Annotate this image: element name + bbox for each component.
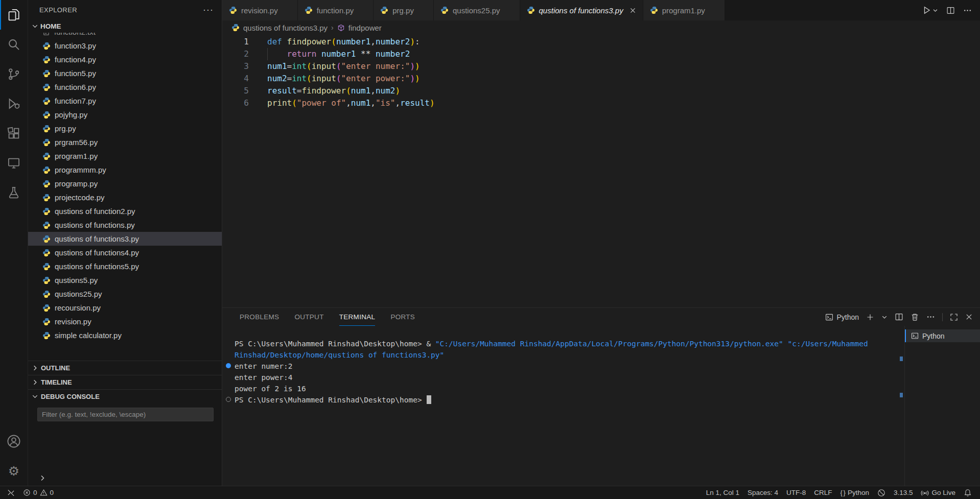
file-row[interactable]: prgram56.py — [28, 135, 222, 149]
status-bar: 0 0 Ln 1, Col 1 Spaces: 4 UTF-8 CRLF { }… — [0, 486, 980, 499]
editor-tab[interactable]: qustions of functions3.py — [520, 0, 643, 20]
panel-tab-ports[interactable]: PORTS — [390, 308, 415, 326]
remote-indicator[interactable] — [3, 489, 19, 496]
file-row[interactable]: qustions of functions.py — [28, 218, 222, 232]
editor-tab[interactable]: revision.py — [222, 0, 298, 20]
testing-icon[interactable] — [0, 178, 28, 207]
new-terminal-button[interactable] — [866, 313, 874, 321]
section-home[interactable]: HOME — [28, 19, 222, 33]
activity-bar-spacer — [0, 207, 28, 426]
terminal-scrollbar[interactable] — [898, 326, 904, 486]
file-row[interactable]: function3.py — [28, 39, 222, 53]
file-row[interactable]: projectcode.py — [28, 191, 222, 204]
play-icon — [922, 6, 931, 15]
editor-tab[interactable]: qustions25.py — [434, 0, 520, 20]
terminal-line: PS C:\Users\Muhammed Rinshad\Desktop\hom… — [222, 394, 898, 406]
python-icon — [42, 221, 51, 229]
terminal-profile-dropdown[interactable] — [881, 314, 888, 320]
file-row[interactable]: qustions of functions5.py — [28, 259, 222, 273]
language-mode[interactable]: { } Python — [836, 489, 873, 496]
file-row[interactable]: revision.py — [28, 315, 222, 328]
editor-tab[interactable]: function.py — [298, 0, 374, 20]
code-editor[interactable]: 1def findpower(number1,number2):2return … — [222, 35, 980, 307]
close-panel-button[interactable] — [965, 313, 973, 321]
explorer-actions-button[interactable]: ··· — [203, 5, 214, 15]
terminal-cursor — [427, 395, 431, 404]
terminal-output[interactable]: PS C:\Users\Muhammed Rinshad\Desktop\hom… — [222, 326, 898, 486]
breadcrumb-separator: › — [331, 23, 334, 32]
file-row[interactable]: pojyhg.py — [28, 108, 222, 122]
problems-summary[interactable]: 0 0 — [19, 489, 58, 496]
panel-tab-output[interactable]: OUTPUT — [294, 308, 323, 326]
file-row[interactable]: function7.py — [28, 94, 222, 108]
terminal-profile-button[interactable]: Python — [825, 313, 859, 321]
python-icon — [42, 207, 51, 216]
file-row[interactable]: qustions of function2.py — [28, 204, 222, 218]
remote-explorer-icon[interactable] — [0, 148, 28, 178]
source-control-icon[interactable] — [0, 59, 28, 89]
notifications-bell[interactable] — [960, 489, 976, 497]
maximize-panel-button[interactable] — [950, 313, 958, 321]
symbol-method-icon — [337, 24, 345, 32]
python-icon — [42, 152, 51, 160]
file-row[interactable]: function4.py — [28, 53, 222, 66]
settings-gear-icon[interactable]: ⚙ — [0, 456, 28, 486]
panel-tab-terminal[interactable]: TERMINAL — [339, 308, 376, 326]
file-row[interactable]: simple calculator.py — [28, 328, 222, 342]
kill-terminal-button[interactable] — [911, 313, 919, 321]
accounts-icon[interactable] — [0, 426, 28, 456]
debug-console-filter-input[interactable] — [37, 408, 214, 421]
python-interpreter-version[interactable]: 3.13.5 — [890, 489, 917, 496]
panel-header: PROBLEMSOUTPUTTERMINALPORTS Python — [222, 308, 980, 326]
file-row[interactable]: programp.py — [28, 177, 222, 191]
python-icon — [42, 83, 51, 91]
file-row[interactable]: function5.py — [28, 66, 222, 80]
copilot-disabled-icon — [877, 489, 885, 497]
sidebar-bottom-chevron[interactable] — [28, 470, 222, 486]
copilot-status[interactable] — [873, 489, 890, 497]
section-outline[interactable]: OUTLINE — [28, 361, 222, 375]
editor-tab[interactable]: prg.py — [374, 0, 434, 20]
terminal-list-item-python[interactable]: Python — [905, 329, 980, 342]
cursor-position[interactable]: Ln 1, Col 1 — [702, 489, 743, 496]
panel-tab-problems[interactable]: PROBLEMS — [240, 308, 279, 326]
editor-tab[interactable]: program1.py — [643, 0, 725, 20]
breadcrumb-file[interactable]: qustions of functions3.py — [243, 23, 328, 32]
indentation[interactable]: Spaces: 4 — [743, 489, 782, 496]
clipped-file-row[interactable]: function2.txt — [28, 33, 222, 39]
file-row[interactable]: program1.py — [28, 149, 222, 163]
close-tab-icon[interactable] — [629, 7, 636, 14]
search-icon[interactable] — [0, 30, 28, 59]
explorer-icon[interactable] — [0, 0, 28, 30]
file-row[interactable]: programmm.py — [28, 163, 222, 177]
split-terminal-button[interactable] — [895, 313, 903, 321]
file-row[interactable]: function6.py — [28, 80, 222, 94]
section-debug-console[interactable]: DEBUG CONSOLE — [28, 389, 222, 403]
go-live-button[interactable]: Go Live — [917, 489, 960, 497]
section-timeline[interactable]: TIMELINE — [28, 375, 222, 389]
more-actions-button[interactable] — [963, 6, 972, 15]
eol-sequence[interactable]: CRLF — [810, 489, 836, 496]
file-row[interactable]: recoursion.py — [28, 301, 222, 315]
command-decoration-filled[interactable] — [226, 363, 231, 368]
file-row[interactable]: qustions of functions4.py — [28, 246, 222, 259]
run-and-debug-icon[interactable] — [0, 89, 28, 118]
run-python-file-button[interactable] — [922, 6, 938, 15]
python-icon — [42, 56, 51, 64]
python-icon — [42, 69, 51, 78]
file-row[interactable]: qustions25.py — [28, 287, 222, 301]
breadcrumb-symbol[interactable]: findpower — [348, 23, 382, 32]
code-line: 6print("power of",num1,"is",result) — [222, 97, 980, 109]
extensions-icon[interactable] — [0, 118, 28, 148]
file-row[interactable]: qustions5.py — [28, 273, 222, 287]
file-row[interactable]: qustions of functions3.py — [28, 232, 222, 246]
python-icon — [42, 180, 51, 188]
split-editor-button[interactable] — [946, 6, 955, 15]
bell-icon — [964, 489, 972, 497]
panel-more-actions-button[interactable] — [926, 313, 935, 321]
command-decoration-hollow[interactable] — [226, 397, 231, 402]
encoding[interactable]: UTF-8 — [782, 489, 810, 496]
screen-full-icon — [950, 313, 958, 321]
file-row[interactable]: prg.py — [28, 122, 222, 135]
plus-icon — [866, 313, 874, 321]
